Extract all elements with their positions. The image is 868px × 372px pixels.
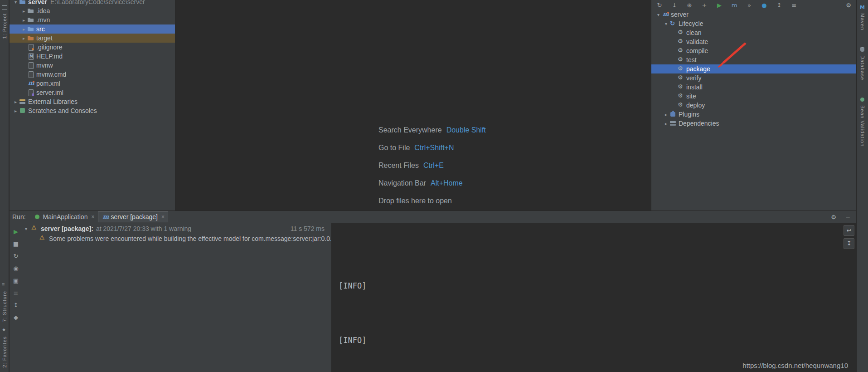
console-line: [INFO] [339, 279, 856, 293]
maven-tree-row[interactable]: deploy [651, 101, 857, 110]
run-tab[interactable]: server [package] × [98, 211, 168, 222]
libraries-icon [19, 98, 26, 105]
wrench-icon[interactable]: ⚙ [844, 2, 853, 9]
add-maven-project-icon[interactable]: + [700, 2, 709, 9]
tree-item-label: pom.xml [36, 80, 60, 87]
project-tree-row[interactable]: ▸ src [10, 24, 175, 34]
editor-shortcut-line: Go to File Ctrl+Shift+N [378, 139, 486, 157]
soft-wrap-icon[interactable]: ↩ [844, 225, 854, 236]
tree-item-label: Scratches and Consoles [28, 107, 97, 114]
maven-tree-row[interactable]: ▸ Dependencies [651, 119, 857, 128]
toolwindow-tab-label: 2: Favorites [2, 336, 7, 367]
build-status-row[interactable]: ▾ server [package]: at 2021/7/27 20:33 w… [22, 224, 331, 234]
skip-tests-icon[interactable]: » [745, 2, 754, 9]
maven-tree-row[interactable]: ▾ Lifecycle [651, 19, 857, 28]
console-output[interactable]: [INFO] [INFO] [INFO] --- maven-jar-plugi… [331, 223, 856, 372]
chevron-icon[interactable]: ▸ [20, 27, 27, 32]
restore-layout-icon[interactable]: ↻ [11, 253, 20, 259]
stop-icon[interactable]: ■ [11, 240, 20, 247]
toolwindow-tab[interactable]: 2: Favorites [1, 325, 7, 370]
chevron-icon[interactable]: ▸ [663, 121, 669, 126]
maven-tree-row[interactable]: ▸ Plugins [651, 110, 857, 119]
settings-gear-icon[interactable]: ⚙ [829, 214, 838, 220]
tree-item-label: server [28, 0, 47, 5]
maven-tree-row[interactable]: install [651, 83, 857, 92]
maven-tree-row[interactable]: compile [651, 46, 857, 55]
close-icon[interactable]: × [91, 214, 94, 220]
tree-item-label: HELP.md [36, 53, 63, 60]
layers-icon[interactable]: ≡ [11, 289, 20, 296]
reimport-maven-icon[interactable]: ↻ [655, 2, 664, 9]
maven-tree-row[interactable]: test [651, 55, 857, 64]
project-tree-row[interactable]: mvnw [10, 61, 175, 70]
collapse-chevron-icon[interactable]: ▾ [25, 226, 31, 231]
download-sources-icon[interactable]: ↓ [670, 2, 679, 9]
minimize-icon[interactable]: − [844, 214, 853, 220]
chevron-icon[interactable]: ▸ [12, 99, 19, 104]
chevron-icon[interactable]: ▸ [20, 18, 27, 23]
run-tab[interactable]: MainApplication × [30, 211, 98, 222]
maven-goal-icon [677, 56, 684, 64]
project-tree-row[interactable]: mvnw.cmd [10, 70, 175, 79]
toolwindow-tab[interactable]: Database [859, 44, 865, 83]
build-warning-row[interactable]: Some problems were encountered while bui… [22, 234, 331, 244]
project-tree-row[interactable]: ▸ .mvn [10, 15, 175, 24]
rerun-icon[interactable]: ▶ [11, 228, 20, 235]
maven-tree-row[interactable]: verify [651, 73, 857, 83]
pin-tab-icon[interactable]: ◆ [11, 314, 20, 321]
maven-tree-row[interactable]: validate [651, 37, 857, 46]
toolwindow-tab-label: 7: Structure [2, 291, 7, 322]
tree-item-label: .mvn [36, 16, 50, 24]
project-tree-row[interactable]: ▸ External Libraries [10, 97, 175, 106]
chevron-icon[interactable]: ▸ [20, 36, 27, 41]
project-tree-row[interactable]: server.iml [10, 88, 175, 97]
shortcut-keys: Ctrl+Shift+N [414, 144, 454, 152]
tree-item-label: mvnw.cmd [36, 71, 66, 78]
scroll-to-end-icon[interactable]: ↧ [844, 238, 854, 249]
project-tree-row[interactable]: .gitignore [10, 43, 175, 52]
tree-item-label: mvnw [36, 62, 53, 69]
chevron-icon[interactable]: ▸ [663, 112, 669, 117]
maven-node-label: Lifecycle [679, 20, 703, 27]
editor-shortcut-line: Recent Files Ctrl+E [378, 157, 486, 174]
project-tree-row[interactable]: ▸ Scratches and Consoles [10, 106, 175, 115]
chevron-icon[interactable]: ▸ [12, 108, 19, 113]
maven-tree-row[interactable]: site [651, 92, 857, 101]
chevron-icon[interactable]: ▾ [663, 21, 669, 26]
screenshot-icon[interactable]: ▣ [11, 277, 20, 284]
project-tree-row[interactable]: ▸ .idea [10, 6, 175, 15]
toolwindow-tab[interactable]: 7: Structure [1, 279, 7, 325]
generate-sources-icon[interactable]: ⊕ [685, 2, 694, 9]
execute-maven-goal-icon[interactable]: m [730, 2, 739, 9]
maven-tree-row[interactable]: package [651, 64, 857, 73]
maven-node-label: install [686, 83, 703, 91]
chevron-icon[interactable]: ▸ [20, 9, 27, 14]
sort-icon[interactable]: ↕ [775, 2, 784, 9]
close-icon[interactable]: × [161, 214, 165, 220]
toolwindow-tab-label: Maven [860, 13, 865, 30]
toolwindow-tab-project[interactable]: 1: Project [1, 2, 7, 41]
maven-tree-row[interactable]: clean [651, 28, 857, 37]
show-dependencies-icon[interactable]: ≡ [790, 2, 799, 9]
tree-item-label: server.iml [36, 89, 63, 96]
maven-goal-icon [677, 102, 684, 109]
chevron-icon[interactable]: ▾ [655, 12, 662, 17]
tree-item-label: External Libraries [28, 98, 78, 105]
chevron-icon[interactable]: ▾ [12, 0, 19, 5]
folder-icon [27, 7, 34, 15]
dependencies-icon [669, 120, 677, 127]
project-tree-row[interactable]: ▾ server E:\LaboratoryCode\service\serve… [10, 0, 175, 6]
project-tree-row[interactable]: ▸ target [10, 34, 175, 43]
maven-tree-row[interactable]: ▾ server [651, 10, 857, 19]
project-tree-row[interactable]: HELP.md [10, 52, 175, 61]
toolwindow-tab[interactable]: Bean Validation [859, 94, 865, 149]
run-tab-label: MainApplication [43, 213, 88, 220]
run-maven-build-icon[interactable]: ▶ [715, 2, 724, 9]
maven-settings-icon[interactable]: ● [760, 2, 769, 9]
lifecycle-icon [669, 20, 677, 27]
show-inspections-icon[interactable]: ◉ [11, 265, 20, 272]
toolwindow-tab[interactable]: Maven [859, 2, 865, 33]
scroll-up-down-icon[interactable]: ↕ [11, 302, 20, 308]
run-panel-label: Run: [12, 213, 26, 220]
project-tree-row[interactable]: pom.xml [10, 79, 175, 88]
